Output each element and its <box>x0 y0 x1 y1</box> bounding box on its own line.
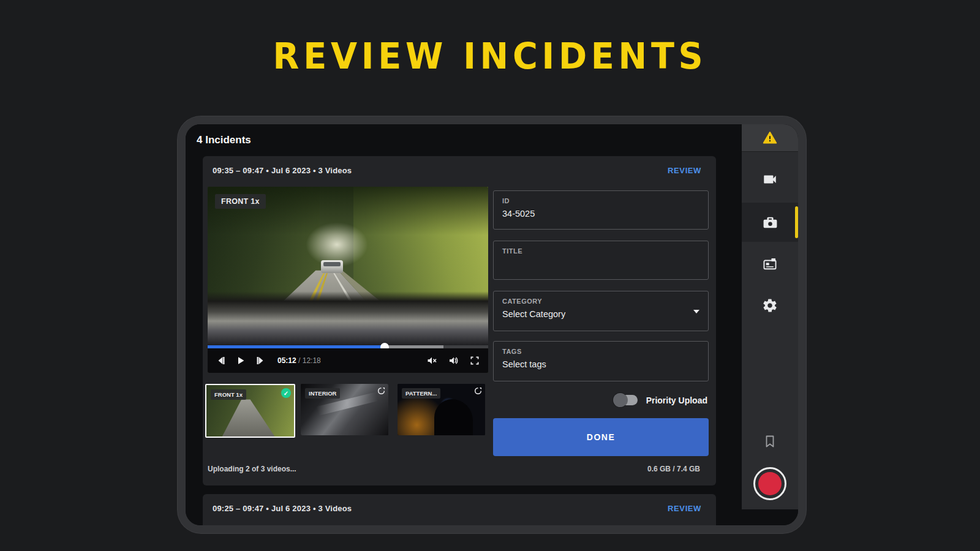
sidebar-item-media[interactable] <box>742 247 798 281</box>
tablet-screen: 4 Incidents 09:35 – 09:47 • Jul 6 2023 •… <box>186 124 798 525</box>
previous-frame-button[interactable] <box>216 356 226 365</box>
duration: 12:18 <box>303 356 321 365</box>
current-time: 05:12 <box>277 356 296 365</box>
upload-pending-icon <box>474 387 482 395</box>
thumbnail-interior-label: INTERIOR <box>305 388 340 399</box>
settings-gear-icon <box>762 298 778 313</box>
priority-upload-row: Priority Upload <box>614 395 707 405</box>
time-separator: / <box>296 356 303 365</box>
thumbnail-front-label: FRONT 1x <box>211 389 246 400</box>
playback-time: 05:12 / 12:18 <box>277 356 321 365</box>
sidebar-item-cameras[interactable] <box>742 162 798 197</box>
category-select[interactable]: CATEGORY Select Category <box>493 291 709 331</box>
next-frame-icon <box>255 356 265 365</box>
scene-car-window <box>323 262 341 266</box>
video-controls-right <box>427 356 480 365</box>
upload-status-text: Uploading 2 of 3 videos... <box>208 465 296 473</box>
previous-frame-icon <box>216 356 226 365</box>
page: REVIEW INCIDENTS 4 Incidents 09:35 – 09:… <box>0 0 980 551</box>
sidebar <box>742 124 798 509</box>
id-field[interactable]: ID 34-5025 <box>493 190 709 230</box>
thumbnail-front[interactable]: FRONT 1x ✓ <box>205 384 295 438</box>
selected-tab-indicator <box>795 206 798 238</box>
next-frame-button[interactable] <box>255 356 265 365</box>
fullscreen-icon <box>470 356 480 365</box>
incident-meta-row: 09:35 – 09:47 • Jul 6 2023 • 3 Videos RE… <box>213 166 701 175</box>
check-circle-icon: ✓ <box>281 388 291 398</box>
chevron-down-icon <box>693 310 699 313</box>
camera-label-chip: FRONT 1x <box>215 194 266 209</box>
thumbnail-interior[interactable]: INTERIOR <box>301 384 388 435</box>
page-title: REVIEW INCIDENTS <box>20 36 960 77</box>
sidebar-item-bookmarks[interactable] <box>742 424 798 459</box>
video-controls-bar: 05:12 / 12:18 <box>208 348 488 373</box>
record-dot <box>758 472 782 495</box>
play-icon <box>236 356 246 365</box>
review-link[interactable]: REVIEW <box>668 504 701 513</box>
play-button[interactable] <box>236 356 246 365</box>
mute-button[interactable] <box>427 356 437 365</box>
id-field-label: ID <box>502 197 699 204</box>
mute-icon <box>427 356 437 365</box>
review-link[interactable]: REVIEW <box>668 166 701 175</box>
upload-size-text: 0.6 GB / 7.4 GB <box>647 465 700 473</box>
tags-select[interactable]: TAGS Select tags <box>493 341 709 381</box>
tags-label: TAGS <box>502 348 699 355</box>
tags-value: Select tags <box>502 359 699 369</box>
incident-meta-row: 09:25 – 09:47 • Jul 6 2023 • 3 Videos RE… <box>213 504 701 513</box>
incident-meta-text: 09:25 – 09:47 • Jul 6 2023 • 3 Videos <box>213 504 352 513</box>
priority-upload-label: Priority Upload <box>646 395 707 405</box>
done-button-label: DONE <box>587 432 615 442</box>
sidebar-item-incidents[interactable] <box>742 203 798 242</box>
incidents-count-header: 4 Incidents <box>197 134 251 146</box>
id-field-value: 34-5025 <box>502 209 699 219</box>
category-label: CATEGORY <box>502 298 699 305</box>
sidebar-alert-section[interactable] <box>742 124 798 152</box>
record-button[interactable] <box>753 467 786 500</box>
title-field-label: TITLE <box>502 247 699 255</box>
priority-upload-toggle[interactable] <box>614 395 638 405</box>
sidebar-item-settings[interactable] <box>742 288 798 323</box>
title-field[interactable]: TITLE <box>493 241 709 280</box>
tablet-frame: 4 Incidents 09:35 – 09:47 • Jul 6 2023 •… <box>178 116 806 533</box>
done-button[interactable]: DONE <box>493 418 709 456</box>
volume-icon <box>448 356 459 365</box>
alert-triangle-icon <box>763 131 777 144</box>
incident-card-next: 09:25 – 09:47 • Jul 6 2023 • 3 Videos RE… <box>203 494 716 525</box>
thumbnail-pattern-label: PATTERN... <box>402 388 440 399</box>
upload-pending-icon <box>377 387 385 395</box>
incident-card: 09:35 – 09:47 • Jul 6 2023 • 3 Videos RE… <box>203 156 716 485</box>
thumbnail-pattern[interactable]: PATTERN... <box>398 384 485 435</box>
video-camera-icon <box>762 171 778 187</box>
bookmark-icon <box>763 434 777 449</box>
video-player[interactable]: FRONT 1x <box>208 187 488 373</box>
scene-dashboard <box>208 291 488 345</box>
scene-car-ahead <box>321 260 343 273</box>
main-content: 4 Incidents 09:35 – 09:47 • Jul 6 2023 •… <box>186 124 726 509</box>
volume-button[interactable] <box>448 356 459 365</box>
category-value: Select Category <box>502 309 699 319</box>
media-card-icon <box>762 256 778 272</box>
upload-status-row: Uploading 2 of 3 videos... 0.6 GB / 7.4 … <box>208 465 700 473</box>
toggle-knob <box>613 393 627 407</box>
thumbnail-pattern-silhouette <box>434 399 473 435</box>
incident-library-icon <box>762 214 778 231</box>
fullscreen-button[interactable] <box>470 356 480 365</box>
incident-meta-text: 09:35 – 09:47 • Jul 6 2023 • 3 Videos <box>213 166 352 175</box>
